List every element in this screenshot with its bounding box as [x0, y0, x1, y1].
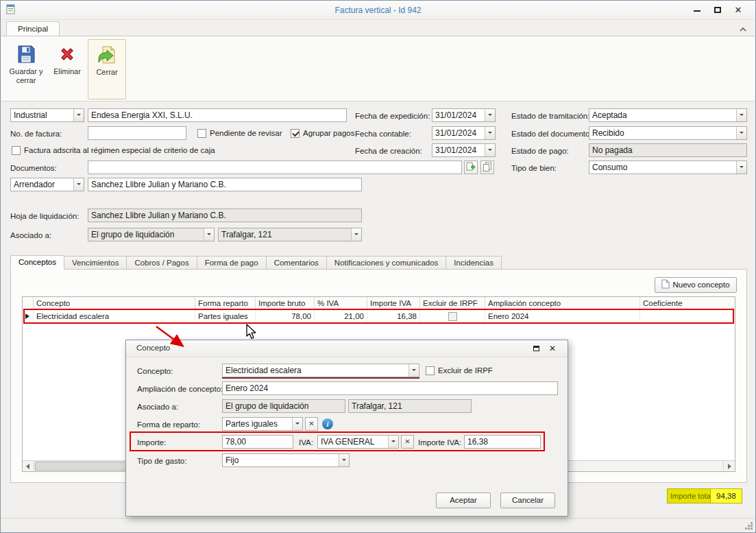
minimize-button[interactable]	[688, 3, 706, 17]
estado-tramitacion-combo[interactable]: Aceptada	[589, 108, 747, 122]
tab-conceptos[interactable]: Conceptos	[10, 255, 64, 270]
tab-principal[interactable]: Principal	[6, 21, 60, 36]
cell-excluir-irpf-checkbox[interactable]	[420, 310, 485, 323]
tab-incidencias[interactable]: Incidencias	[446, 256, 502, 270]
tab-vencimientos[interactable]: Vencimientos	[64, 256, 127, 270]
dropdown-arrow-icon[interactable]	[736, 109, 746, 121]
hoja-liquidacion-value: Sanchez Llibre Julian y Mariano C.B.	[91, 211, 226, 220]
nuevo-concepto-button[interactable]: Nuevo concepto	[655, 277, 737, 293]
criterio-caja-checkbox[interactable]: Factura adscrita al régimen especial de …	[12, 145, 215, 156]
estado-documento-value: Recibido	[592, 128, 624, 138]
cell-pct-iva[interactable]: 21,00	[315, 310, 367, 323]
pendiente-de-revisar-checkbox[interactable]: Pendiente de revisar	[197, 128, 282, 139]
column-header-ampliacion[interactable]: Ampliación concepto	[485, 297, 640, 309]
dialog-close-button[interactable]: ✕	[546, 343, 559, 355]
importe-iva-input[interactable]: 16,38	[464, 435, 541, 449]
concepto-combo[interactable]: Electricidad escalera	[222, 364, 419, 377]
column-header-pct-iva[interactable]: % IVA	[315, 297, 367, 309]
cell-forma-reparto[interactable]: Partes iguales	[195, 310, 256, 323]
scroll-right-button[interactable]	[723, 461, 735, 471]
column-header-importe-bruto[interactable]: Importe bruto	[256, 297, 315, 309]
tipo-bien-combo[interactable]: Consumo	[589, 161, 747, 174]
fecha-expedicion-input[interactable]: 31/01/2024	[432, 108, 496, 122]
guardar-y-cerrar-button[interactable]: Guardar y cerrar	[7, 39, 45, 99]
tab-forma-de-pago[interactable]: Forma de pago	[197, 256, 267, 270]
agrupar-pagos-checkbox[interactable]: Agrupar pagos	[291, 128, 354, 139]
asociado-grupo-combo[interactable]: El grupo de liquidación	[88, 228, 215, 241]
cancelar-button[interactable]: Cancelar	[500, 493, 555, 508]
copy-document-button[interactable]	[480, 161, 494, 174]
tipo-emisor-value: Industrial	[14, 110, 47, 120]
fecha-contable-input[interactable]: 31/01/2024	[432, 126, 496, 140]
dropdown-arrow-icon[interactable]	[339, 454, 349, 466]
ampliacion-input[interactable]: Enero 2024	[222, 381, 558, 395]
info-icon[interactable]: i	[322, 418, 333, 429]
aceptar-button[interactable]: Aceptar	[436, 493, 491, 508]
dialog-maximize-button[interactable]	[529, 343, 543, 355]
fecha-creacion-input[interactable]: 31/01/2024	[432, 143, 496, 157]
dropdown-arrow-icon[interactable]	[73, 109, 84, 121]
dropdown-arrow-icon[interactable]	[388, 436, 398, 448]
no-factura-input[interactable]	[88, 126, 186, 140]
dropdown-arrow-icon[interactable]	[292, 418, 302, 430]
cerrar-button[interactable]: Cerrar	[88, 39, 126, 99]
arrendador-input[interactable]: Sanchez Llibre Julian y Mariano C.B.	[88, 178, 362, 191]
asociado-inmueble-combo[interactable]: Trafalgar, 121	[218, 228, 362, 241]
column-header-coeficiente[interactable]: Coeficiente	[640, 297, 735, 309]
tab-comentarios[interactable]: Comentarios	[267, 256, 327, 270]
add-document-icon	[466, 162, 476, 174]
cell-concepto[interactable]: Electricidad escalera	[34, 310, 195, 323]
clear-forma-reparto-button[interactable]: ✕	[305, 417, 318, 431]
fecha-expedicion-label: Fecha de expedición:	[355, 110, 430, 121]
maximize-button[interactable]	[709, 3, 727, 17]
focus-underline	[222, 377, 419, 379]
ribbon-toolbar: Guardar y cerrar Eliminar Cerrar	[1, 36, 755, 102]
column-header-forma-reparto[interactable]: Forma reparto	[195, 297, 256, 309]
cell-importe-bruto[interactable]: 78,00	[256, 310, 315, 323]
iva-combo[interactable]: IVA GENERAL	[317, 435, 399, 449]
column-header-importe-iva[interactable]: Importe IVA	[367, 297, 420, 309]
dropdown-arrow-icon[interactable]	[73, 178, 84, 191]
dropdown-arrow-icon[interactable]	[485, 127, 495, 139]
attach-document-button[interactable]	[464, 161, 478, 174]
importe-total-value: 94,38	[710, 489, 742, 503]
cell-ampliacion[interactable]: Enero 2024	[485, 310, 640, 323]
copy-icon	[483, 162, 492, 174]
scroll-left-button[interactable]	[23, 461, 34, 471]
importe-input[interactable]: 78,00	[222, 435, 293, 449]
cell-importe-iva[interactable]: 16,38	[367, 310, 420, 323]
dropdown-arrow-icon[interactable]	[204, 228, 214, 241]
dropdown-arrow-icon[interactable]	[485, 144, 495, 156]
documentos-input[interactable]	[88, 161, 462, 174]
column-header-concepto[interactable]: Concepto	[34, 297, 195, 309]
grid-row[interactable]: Electricidad escalera Partes iguales 78,…	[23, 310, 735, 323]
emisor-input[interactable]: Endesa Energia XXI, S.L.U.	[88, 108, 347, 122]
column-header-excluir-irpf[interactable]: Excluir de IRPF	[420, 297, 485, 309]
criterio-caja-label: Factura adscrita al régimen especial de …	[24, 146, 215, 154]
nuevo-concepto-label: Nuevo concepto	[672, 281, 729, 289]
arrendador-tipo-combo[interactable]: Arrendador	[10, 178, 84, 191]
collapse-ribbon-icon[interactable]	[739, 25, 747, 30]
tab-notificaciones[interactable]: Notificaciones y comunicados	[327, 256, 447, 270]
dropdown-arrow-icon[interactable]	[736, 161, 746, 174]
tipo-gasto-combo[interactable]: Fijo	[222, 453, 350, 467]
estado-documento-combo[interactable]: Recibido	[589, 126, 747, 140]
checkbox-box	[448, 312, 457, 321]
close-button[interactable]: ✕	[729, 3, 747, 17]
titlebar: Factura vertical - Id 942 ✕	[1, 1, 755, 20]
resize-grip[interactable]	[744, 521, 753, 530]
hoja-liquidacion-field: Sanchez Llibre Julian y Mariano C.B.	[88, 209, 362, 222]
cell-coeficiente[interactable]	[640, 310, 735, 323]
tab-cobros-pagos[interactable]: Cobros / Pagos	[127, 256, 197, 270]
dialog-excluir-irpf-checkbox[interactable]: Excluir de IRPF	[426, 365, 493, 376]
dropdown-arrow-icon[interactable]	[736, 127, 746, 139]
clear-iva-button[interactable]: ✕	[401, 435, 414, 449]
eliminar-button[interactable]: Eliminar	[48, 39, 86, 99]
tipo-emisor-combo[interactable]: Industrial	[10, 108, 84, 122]
dropdown-arrow-icon[interactable]	[409, 364, 419, 377]
dialog-asociado-grupo-field: El grupo de liquidación	[222, 399, 345, 413]
dropdown-arrow-icon[interactable]	[485, 109, 495, 121]
asociado-grupo-value: El grupo de liquidación	[91, 230, 174, 239]
forma-reparto-combo[interactable]: Partes iguales	[222, 417, 303, 431]
dropdown-arrow-icon[interactable]	[351, 228, 361, 241]
